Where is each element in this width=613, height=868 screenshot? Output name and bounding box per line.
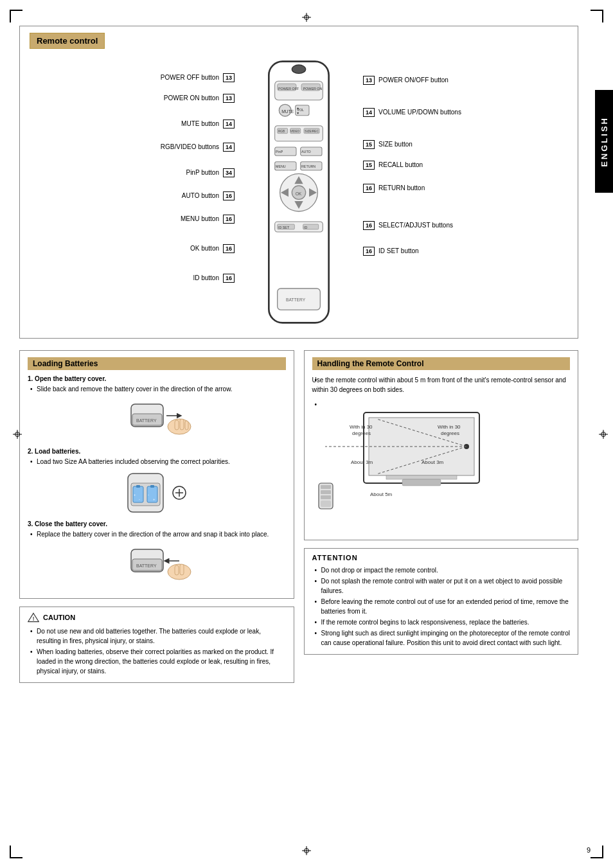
remote-control-diagram: POWER OFF POWER ON MUTE VOL ▲ ▼ RGB VIDE: [247, 57, 350, 332]
label-row-power-on: POWER ON button 13: [93, 93, 235, 104]
label-row-menu: MENU button 16: [93, 213, 235, 225]
page-number: 9: [587, 846, 591, 854]
svg-text:With in 30: With in 30: [350, 424, 373, 430]
label-right-size: SIZE button: [378, 139, 413, 150]
label-row-power-off: POWER OFF button 13: [93, 72, 235, 84]
svg-rect-90: [321, 495, 331, 499]
label-menu: MENU button: [181, 213, 219, 225]
svg-rect-48: [180, 419, 184, 430]
battery-load-diagram: + - - +: [118, 470, 195, 515]
svg-text:SIZE/REC: SIZE/REC: [305, 130, 319, 133]
svg-text:POWER ON: POWER ON: [303, 87, 323, 91]
svg-text:With in 30: With in 30: [438, 424, 461, 430]
label-right-select: SELECT/ADJUST buttons: [378, 220, 453, 231]
label-row-right-select: 16 SELECT/ADJUST buttons: [363, 220, 504, 231]
label-num-auto: 16: [223, 191, 235, 200]
label-rgb: RGB/VIDEO buttons: [161, 141, 219, 153]
svg-text:AUTO: AUTO: [301, 150, 311, 154]
reg-mark-right: [599, 430, 608, 439]
attention-item-4: If the remote control begins to lack res…: [312, 617, 571, 627]
label-right-power-onoff: POWER ON/OFF button: [378, 75, 449, 86]
corner-mark-tl: [10, 10, 22, 22]
remote-section-header: Remote control: [30, 33, 105, 49]
label-row-right-idset: 16 ID SET button: [363, 245, 504, 257]
remote-labels-right: 13 POWER ON/OFF button 14 VOLUME UP/DOWN…: [363, 54, 504, 258]
remote-image-area: POWER OFF POWER ON MUTE VOL ▲ ▼ RGB VIDE: [235, 54, 363, 332]
corner-mark-tr: [591, 10, 603, 22]
page: ENGLISH Remote control POWER OFF button …: [0, 0, 613, 868]
svg-text:ID SET: ID SET: [278, 226, 290, 229]
svg-text:▼: ▼: [296, 111, 299, 115]
label-num-right-volume: 14: [363, 108, 375, 117]
svg-text:OK: OK: [296, 191, 302, 196]
svg-text:PinP: PinP: [276, 150, 283, 154]
label-right-recall: RECALL button: [378, 159, 423, 171]
remote-usage-diagram: With in 30 degrees About 3m With in 30 d…: [312, 400, 571, 528]
svg-rect-88: [321, 485, 331, 489]
reg-mark-top: [302, 13, 311, 22]
step2-bullet: Load two Size AA batteries included obse…: [28, 457, 286, 466]
attention-box: ATTENTION Do not drop or impact the remo…: [304, 548, 579, 655]
sidebar-label: ENGLISH: [600, 116, 609, 167]
label-row-right-size: 15 SIZE button: [363, 139, 504, 150]
remote-control-section: Remote control POWER OFF button 13 POWER…: [19, 26, 578, 339]
handling-header: Handling the Remote Control: [312, 357, 571, 370]
caution-triangle-icon: !: [28, 612, 39, 623]
svg-rect-89: [321, 490, 331, 494]
label-num-right-idset: 16: [363, 247, 375, 256]
label-power-on: POWER ON button: [164, 93, 219, 104]
handling-description: Use the remote control within about 5 m …: [312, 375, 571, 394]
label-mute: MUTE button: [181, 118, 219, 130]
reg-mark-bottom: [302, 846, 311, 855]
svg-text:MUTE: MUTE: [281, 109, 294, 114]
svg-text:RETURN: RETURN: [301, 164, 315, 168]
label-row-pinp: PinP button 34: [93, 167, 235, 179]
loading-batteries-box: Loading Batteries 1. Open the battery co…: [19, 350, 294, 599]
step3-bullet: Replace the battery cover in the directi…: [28, 529, 286, 539]
label-right-volume: VOLUME UP/DOWN buttons: [378, 107, 461, 118]
label-num-right-select: 16: [363, 221, 375, 230]
caution-label: CAUTION: [43, 614, 75, 621]
remote-range-diagram: With in 30 degrees About 3m With in 30 d…: [312, 400, 531, 528]
svg-text:-: -: [139, 497, 140, 501]
battery-open-diagram: BATTERY: [118, 398, 195, 443]
label-num-right-return: 16: [363, 184, 375, 193]
svg-text:degrees: degrees: [352, 430, 371, 436]
svg-text:MENU: MENU: [276, 164, 286, 168]
svg-text:!: !: [33, 616, 35, 622]
svg-text:degrees: degrees: [441, 430, 459, 436]
label-row-right-power-onoff: 13 POWER ON/OFF button: [363, 75, 504, 86]
remote-labels-left: POWER OFF button 13 POWER ON button 13 M…: [93, 54, 235, 285]
step2-illustration: + - - +: [28, 470, 286, 515]
corner-mark-br: [591, 846, 603, 858]
step1-illustration: BATTERY: [28, 398, 286, 443]
svg-rect-53: [136, 485, 140, 488]
svg-rect-57: [150, 485, 154, 488]
svg-rect-91: [321, 500, 331, 507]
svg-rect-69: [180, 564, 184, 575]
svg-text:-: -: [148, 493, 149, 497]
label-num-pinp: 34: [223, 168, 235, 177]
step3-title: 3. Close the battery cover.: [28, 520, 286, 527]
svg-rect-49: [185, 421, 188, 430]
label-row-ok: OK button 16: [93, 243, 235, 254]
svg-text:About 3m: About 3m: [422, 459, 444, 465]
label-row-right-volume: 14 VOLUME UP/DOWN buttons: [363, 107, 504, 118]
svg-text:+: +: [153, 497, 155, 501]
label-num-right-size: 15: [363, 140, 375, 149]
label-num-menu: 16: [223, 215, 235, 224]
step2-title: 2. Load batteries.: [28, 448, 286, 455]
bottom-grid: Loading Batteries 1. Open the battery co…: [19, 350, 578, 683]
label-pinp: PinP button: [186, 167, 219, 179]
svg-text:ID: ID: [304, 226, 307, 229]
svg-text:POWER OFF: POWER OFF: [278, 87, 299, 91]
label-num-right-power-onoff: 13: [363, 76, 375, 85]
battery-close-diagram: BATTERY: [118, 543, 195, 588]
label-row-id: ID button 16: [93, 272, 235, 284]
step3-illustration: BATTERY: [28, 543, 286, 588]
svg-text:About 5m: About 5m: [370, 492, 393, 497]
caution-box: ! CAUTION Do not use new and old batteri…: [19, 607, 294, 683]
caution-item-1: Do not use new and old batteries togethe…: [28, 626, 286, 646]
label-id: ID button: [193, 272, 219, 284]
label-num-power-on: 13: [223, 94, 235, 103]
